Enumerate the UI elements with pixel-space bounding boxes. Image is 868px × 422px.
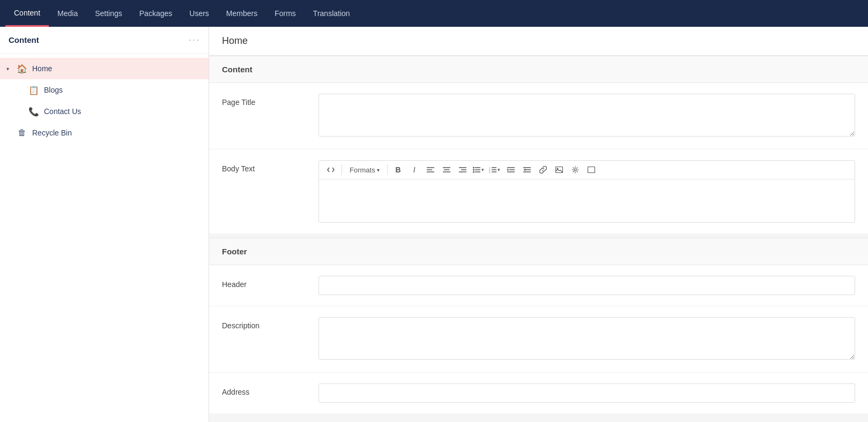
- align-left-button[interactable]: [423, 163, 438, 177]
- sidebar-item-recycle-bin-label: Recycle Bin: [32, 129, 72, 137]
- rich-editor-body[interactable]: [319, 179, 855, 222]
- nav-users[interactable]: Users: [181, 0, 218, 27]
- settings-button[interactable]: [568, 163, 583, 177]
- formats-dropdown-button[interactable]: Formats ▾: [345, 163, 384, 177]
- nav-forms[interactable]: Forms: [266, 0, 305, 27]
- ordered-list-dropdown-arrow: ▾: [498, 167, 500, 172]
- page-title-bar: Home: [209, 27, 868, 56]
- page-title-field: Page Title: [209, 83, 868, 149]
- outdent-icon: [523, 167, 531, 173]
- nav-packages[interactable]: Packages: [131, 0, 181, 27]
- bold-button[interactable]: B: [391, 163, 406, 177]
- svg-point-29: [574, 169, 576, 171]
- align-center-button[interactable]: [439, 163, 454, 177]
- sidebar-item-home[interactable]: ▾ 🏠 Home: [0, 58, 209, 79]
- content-section-header: Content: [209, 56, 868, 83]
- svg-point-11: [473, 171, 474, 173]
- fullscreen-button[interactable]: [584, 163, 599, 177]
- outdent-button[interactable]: [520, 163, 535, 177]
- footer-section: Footer Header Description Address: [209, 238, 868, 413]
- settings-icon: [572, 166, 579, 174]
- ordered-list-button[interactable]: 1. 2. 3. ▾: [487, 163, 502, 177]
- footer-address-input[interactable]: [318, 383, 855, 403]
- sidebar-title: Content: [9, 35, 39, 44]
- unordered-list-dropdown-arrow: ▾: [481, 167, 484, 172]
- rich-toolbar: Formats ▾ B I: [319, 161, 855, 179]
- svg-rect-30: [588, 167, 595, 173]
- contact-icon: 📞: [28, 106, 40, 117]
- sidebar-item-contact-us-label: Contact Us: [44, 107, 81, 116]
- footer-description-input[interactable]: [318, 317, 855, 360]
- image-icon: [555, 167, 563, 173]
- align-left-icon: [427, 167, 434, 173]
- footer-address-input-wrap: [318, 383, 855, 403]
- code-icon: [327, 166, 335, 174]
- sidebar-item-recycle-bin[interactable]: 🗑 Recycle Bin: [0, 122, 209, 144]
- footer-address-label: Address: [222, 383, 318, 396]
- home-icon: 🏠: [16, 63, 28, 74]
- align-right-icon: [459, 167, 466, 173]
- main-layout: Content ··· ▾ 🏠 Home 📋 Blogs 📞 Contact U…: [0, 27, 868, 422]
- footer-description-input-wrap: [318, 317, 855, 361]
- footer-header-label: Header: [222, 276, 318, 289]
- sidebar-header: Content ···: [0, 27, 209, 54]
- nav-settings[interactable]: Settings: [86, 0, 131, 27]
- footer-section-header: Footer: [209, 238, 868, 265]
- fullscreen-icon: [588, 167, 595, 173]
- svg-point-9: [473, 167, 474, 169]
- footer-description-label: Description: [222, 317, 318, 330]
- body-text-field: Body Text: [209, 149, 868, 233]
- sidebar-item-home-label: Home: [32, 64, 52, 73]
- link-icon: [539, 166, 547, 174]
- svg-text:3.: 3.: [489, 171, 491, 174]
- align-center-icon: [443, 167, 450, 173]
- sidebar-tree: ▾ 🏠 Home 📋 Blogs 📞 Contact Us 🗑 Recycle …: [0, 54, 209, 148]
- body-text-label: Body Text: [222, 160, 318, 173]
- page-title-input[interactable]: [318, 94, 855, 137]
- formats-label: Formats: [350, 166, 375, 174]
- unordered-list-icon: [473, 167, 480, 173]
- image-button[interactable]: [552, 163, 567, 177]
- body-text-editor-wrap: Formats ▾ B I: [318, 160, 855, 223]
- sidebar-options-button[interactable]: ···: [189, 34, 200, 46]
- footer-header-input[interactable]: [318, 276, 855, 295]
- content-section: Content Page Title Body Text: [209, 56, 868, 233]
- page-title: Home: [222, 35, 248, 46]
- footer-header-field: Header: [209, 265, 868, 306]
- chevron-down-icon: ▾: [6, 66, 15, 72]
- page-title-input-wrap: [318, 94, 855, 138]
- main-content-area: Home Content Page Title Body Text: [209, 27, 868, 422]
- sidebar-item-blogs-label: Blogs: [44, 86, 63, 94]
- sidebar: Content ··· ▾ 🏠 Home 📋 Blogs 📞 Contact U…: [0, 27, 209, 422]
- recycle-bin-icon: 🗑: [16, 127, 28, 139]
- footer-header-input-wrap: [318, 276, 855, 295]
- sidebar-item-blogs[interactable]: 📋 Blogs: [0, 79, 209, 101]
- footer-address-field: Address: [209, 373, 868, 413]
- align-right-button[interactable]: [455, 163, 470, 177]
- ordered-list-icon: 1. 2. 3.: [489, 167, 496, 173]
- nav-content[interactable]: Content: [5, 0, 49, 27]
- code-view-button[interactable]: [323, 163, 338, 177]
- top-navigation: Content Media Settings Packages Users Me…: [0, 0, 868, 27]
- indent-icon: [507, 167, 515, 173]
- nav-media[interactable]: Media: [49, 0, 86, 27]
- toolbar-separator-2: [387, 164, 388, 175]
- toolbar-separator-1: [342, 164, 342, 175]
- page-title-label: Page Title: [222, 94, 318, 107]
- svg-point-10: [473, 169, 474, 171]
- nav-members[interactable]: Members: [218, 0, 266, 27]
- italic-button[interactable]: I: [407, 163, 422, 177]
- footer-description-field: Description: [209, 306, 868, 373]
- rich-text-editor: Formats ▾ B I: [318, 160, 855, 223]
- link-button[interactable]: [536, 163, 551, 177]
- blogs-icon: 📋: [28, 84, 40, 96]
- sidebar-item-contact-us[interactable]: 📞 Contact Us: [0, 101, 209, 122]
- formats-chevron-icon: ▾: [377, 167, 380, 173]
- indent-button[interactable]: [503, 163, 518, 177]
- unordered-list-button[interactable]: ▾: [471, 163, 486, 177]
- nav-translation[interactable]: Translation: [305, 0, 359, 27]
